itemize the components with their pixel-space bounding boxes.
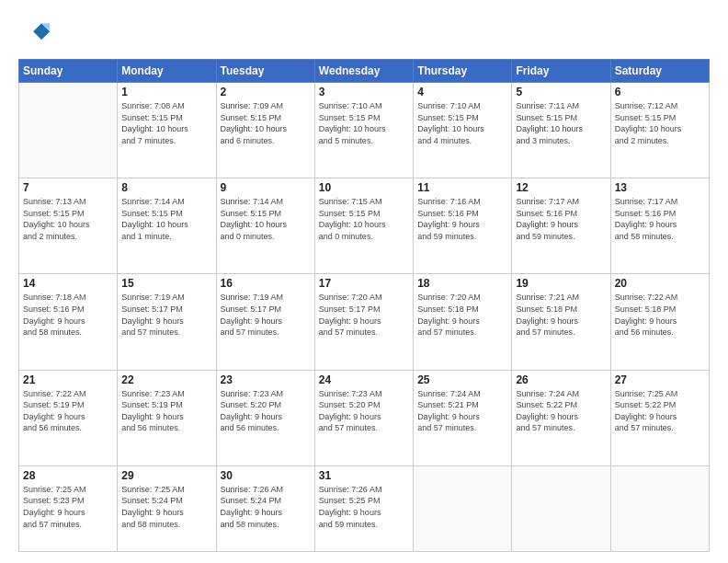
day-info: Sunrise: 7:14 AM Sunset: 5:15 PM Dayligh…	[221, 196, 311, 242]
day-info: Sunrise: 7:17 AM Sunset: 5:16 PM Dayligh…	[516, 196, 606, 242]
header	[18, 17, 710, 50]
day-info: Sunrise: 7:23 AM Sunset: 5:20 PM Dayligh…	[319, 388, 409, 434]
week-row-4: 21Sunrise: 7:22 AM Sunset: 5:19 PM Dayli…	[19, 370, 710, 465]
day-info: Sunrise: 7:20 AM Sunset: 5:17 PM Dayligh…	[319, 292, 409, 338]
day-info: Sunrise: 7:14 AM Sunset: 5:15 PM Dayligh…	[121, 196, 211, 242]
calendar-cell: 17Sunrise: 7:20 AM Sunset: 5:17 PM Dayli…	[314, 274, 413, 370]
day-number: 15	[121, 277, 211, 290]
day-number: 21	[23, 373, 113, 386]
day-info: Sunrise: 7:19 AM Sunset: 5:17 PM Dayligh…	[121, 292, 211, 338]
week-row-1: 1Sunrise: 7:08 AM Sunset: 5:15 PM Daylig…	[19, 83, 710, 178]
weekday-header-sunday: Sunday	[19, 60, 118, 83]
calendar-cell: 30Sunrise: 7:26 AM Sunset: 5:24 PM Dayli…	[216, 465, 314, 551]
day-number: 31	[319, 469, 409, 482]
week-row-2: 7Sunrise: 7:13 AM Sunset: 5:15 PM Daylig…	[19, 178, 710, 274]
day-number: 18	[417, 277, 507, 290]
day-number: 11	[417, 181, 507, 194]
day-number: 6	[615, 86, 705, 98]
day-info: Sunrise: 7:24 AM Sunset: 5:21 PM Dayligh…	[417, 388, 507, 434]
calendar-cell: 29Sunrise: 7:25 AM Sunset: 5:24 PM Dayli…	[118, 465, 216, 551]
day-number: 5	[516, 86, 606, 98]
calendar-cell: 4Sunrise: 7:10 AM Sunset: 5:15 PM Daylig…	[414, 83, 512, 178]
calendar-cell: 15Sunrise: 7:19 AM Sunset: 5:17 PM Dayli…	[118, 274, 216, 370]
calendar-cell	[414, 465, 512, 551]
weekday-header-thursday: Thursday	[414, 60, 512, 83]
day-info: Sunrise: 7:26 AM Sunset: 5:24 PM Dayligh…	[221, 484, 311, 530]
day-number: 30	[221, 469, 311, 482]
calendar-cell: 27Sunrise: 7:25 AM Sunset: 5:22 PM Dayli…	[610, 370, 709, 465]
day-number: 16	[221, 277, 311, 290]
day-number: 22	[121, 373, 211, 386]
day-info: Sunrise: 7:10 AM Sunset: 5:15 PM Dayligh…	[319, 100, 409, 146]
calendar-cell: 22Sunrise: 7:23 AM Sunset: 5:19 PM Dayli…	[118, 370, 216, 465]
calendar-cell: 13Sunrise: 7:17 AM Sunset: 5:16 PM Dayli…	[610, 178, 709, 274]
day-number: 4	[417, 86, 507, 98]
day-info: Sunrise: 7:25 AM Sunset: 5:22 PM Dayligh…	[615, 388, 705, 434]
calendar-cell: 11Sunrise: 7:16 AM Sunset: 5:16 PM Dayli…	[414, 178, 512, 274]
day-info: Sunrise: 7:24 AM Sunset: 5:22 PM Dayligh…	[516, 388, 606, 434]
day-number: 17	[319, 277, 409, 290]
day-number: 1	[121, 86, 211, 98]
calendar-cell: 3Sunrise: 7:10 AM Sunset: 5:15 PM Daylig…	[314, 83, 413, 178]
calendar-cell: 28Sunrise: 7:25 AM Sunset: 5:23 PM Dayli…	[19, 465, 118, 551]
day-number: 2	[221, 86, 311, 98]
calendar-cell: 10Sunrise: 7:15 AM Sunset: 5:15 PM Dayli…	[314, 178, 413, 274]
calendar-cell: 1Sunrise: 7:08 AM Sunset: 5:15 PM Daylig…	[118, 83, 216, 178]
day-info: Sunrise: 7:09 AM Sunset: 5:15 PM Dayligh…	[221, 100, 311, 146]
calendar-cell: 2Sunrise: 7:09 AM Sunset: 5:15 PM Daylig…	[216, 83, 314, 178]
day-info: Sunrise: 7:11 AM Sunset: 5:15 PM Dayligh…	[516, 100, 606, 146]
calendar-cell	[610, 465, 709, 551]
day-info: Sunrise: 7:19 AM Sunset: 5:17 PM Dayligh…	[221, 292, 311, 338]
day-info: Sunrise: 7:26 AM Sunset: 5:25 PM Dayligh…	[319, 484, 409, 530]
day-info: Sunrise: 7:21 AM Sunset: 5:18 PM Dayligh…	[516, 292, 606, 338]
day-number: 25	[417, 373, 507, 386]
calendar-cell: 6Sunrise: 7:12 AM Sunset: 5:15 PM Daylig…	[610, 83, 709, 178]
day-info: Sunrise: 7:12 AM Sunset: 5:15 PM Dayligh…	[615, 100, 705, 146]
calendar-cell: 7Sunrise: 7:13 AM Sunset: 5:15 PM Daylig…	[19, 178, 118, 274]
calendar-cell: 21Sunrise: 7:22 AM Sunset: 5:19 PM Dayli…	[19, 370, 118, 465]
day-number: 13	[615, 181, 705, 194]
day-number: 28	[23, 469, 113, 482]
day-info: Sunrise: 7:22 AM Sunset: 5:18 PM Dayligh…	[615, 292, 705, 338]
weekday-header-wednesday: Wednesday	[314, 60, 413, 83]
calendar-cell: 31Sunrise: 7:26 AM Sunset: 5:25 PM Dayli…	[314, 465, 413, 551]
day-info: Sunrise: 7:25 AM Sunset: 5:23 PM Dayligh…	[23, 484, 113, 530]
calendar-cell: 26Sunrise: 7:24 AM Sunset: 5:22 PM Dayli…	[512, 370, 610, 465]
day-number: 10	[319, 181, 409, 194]
calendar-cell	[512, 465, 610, 551]
day-number: 19	[516, 277, 606, 290]
weekday-header-tuesday: Tuesday	[216, 60, 314, 83]
calendar-cell	[19, 83, 118, 178]
day-info: Sunrise: 7:22 AM Sunset: 5:19 PM Dayligh…	[23, 388, 113, 434]
calendar-cell: 5Sunrise: 7:11 AM Sunset: 5:15 PM Daylig…	[512, 83, 610, 178]
day-number: 9	[221, 181, 311, 194]
page: SundayMondayTuesdayWednesdayThursdayFrid…	[0, 0, 728, 563]
weekday-header-monday: Monday	[118, 60, 216, 83]
day-info: Sunrise: 7:20 AM Sunset: 5:18 PM Dayligh…	[417, 292, 507, 338]
weekday-header-row: SundayMondayTuesdayWednesdayThursdayFrid…	[19, 60, 710, 83]
calendar-table: SundayMondayTuesdayWednesdayThursdayFrid…	[18, 59, 710, 552]
calendar-cell: 14Sunrise: 7:18 AM Sunset: 5:16 PM Dayli…	[19, 274, 118, 370]
calendar-cell: 9Sunrise: 7:14 AM Sunset: 5:15 PM Daylig…	[216, 178, 314, 274]
day-info: Sunrise: 7:23 AM Sunset: 5:19 PM Dayligh…	[121, 388, 211, 434]
calendar-cell: 23Sunrise: 7:23 AM Sunset: 5:20 PM Dayli…	[216, 370, 314, 465]
logo	[18, 17, 55, 50]
day-number: 3	[319, 86, 409, 98]
day-number: 29	[121, 469, 211, 482]
weekday-header-friday: Friday	[512, 60, 610, 83]
calendar-cell: 12Sunrise: 7:17 AM Sunset: 5:16 PM Dayli…	[512, 178, 610, 274]
calendar-cell: 24Sunrise: 7:23 AM Sunset: 5:20 PM Dayli…	[314, 370, 413, 465]
day-number: 26	[516, 373, 606, 386]
day-number: 24	[319, 373, 409, 386]
logo-icon	[18, 17, 51, 50]
day-number: 7	[23, 181, 113, 194]
day-number: 14	[23, 277, 113, 290]
day-number: 27	[615, 373, 705, 386]
day-number: 12	[516, 181, 606, 194]
day-info: Sunrise: 7:15 AM Sunset: 5:15 PM Dayligh…	[319, 196, 409, 242]
day-info: Sunrise: 7:10 AM Sunset: 5:15 PM Dayligh…	[417, 100, 507, 146]
calendar-cell: 8Sunrise: 7:14 AM Sunset: 5:15 PM Daylig…	[118, 178, 216, 274]
day-info: Sunrise: 7:25 AM Sunset: 5:24 PM Dayligh…	[121, 484, 211, 530]
day-info: Sunrise: 7:16 AM Sunset: 5:16 PM Dayligh…	[417, 196, 507, 242]
week-row-5: 28Sunrise: 7:25 AM Sunset: 5:23 PM Dayli…	[19, 465, 710, 551]
